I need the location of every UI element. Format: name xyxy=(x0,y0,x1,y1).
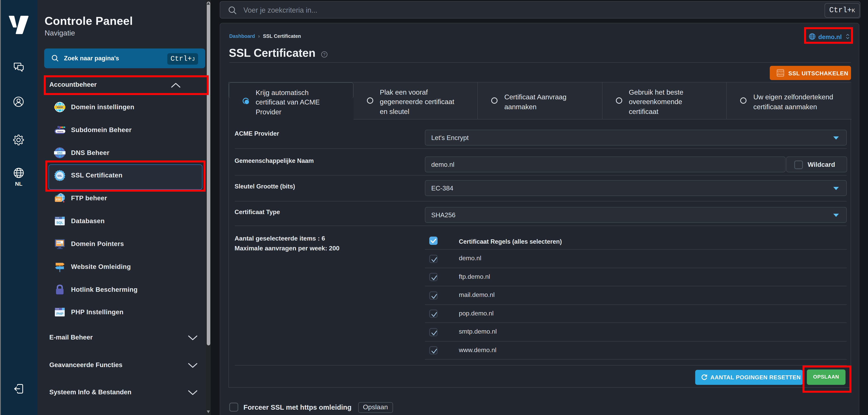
svg-text:WWW: WWW xyxy=(57,106,63,108)
svg-text:</>: </> xyxy=(778,72,783,75)
svg-text:?: ? xyxy=(323,52,325,56)
svg-text:#www.: #www. xyxy=(57,130,64,132)
svg-text:www: www xyxy=(56,241,61,243)
svg-text:PHP: PHP xyxy=(56,312,63,316)
svg-text:SQL: SQL xyxy=(56,221,63,225)
svg-text:FTP: FTP xyxy=(56,198,61,201)
svg-text:DNS: DNS xyxy=(57,151,62,154)
